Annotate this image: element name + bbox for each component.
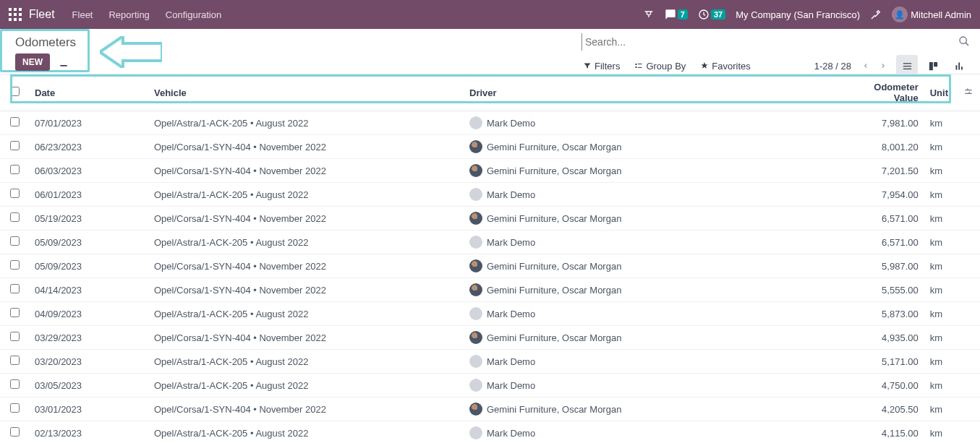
cell-driver: Gemini Furniture, Oscar Morgan [464, 159, 852, 183]
driver-avatar [469, 283, 482, 296]
svg-rect-0 [9, 8, 12, 11]
driver-avatar [469, 188, 482, 201]
page-title: Odometers [15, 35, 88, 50]
odometer-table: Date Vehicle Driver Odometer Value Unit … [0, 74, 980, 443]
cell-vehicle: Opel/Corsa/1-SYN-404 • November 2022 [148, 207, 464, 231]
col-unit[interactable]: Unit [924, 74, 957, 111]
groupby-button[interactable]: Group By [634, 61, 686, 72]
search-panel: Filters Group By Favorites 1-28 / 28 [90, 29, 980, 77]
svg-rect-6 [9, 18, 12, 21]
row-checkbox[interactable] [10, 332, 20, 341]
cell-date: 03/20/2023 [29, 350, 148, 374]
cell-vehicle: Opel/Astra/1-ACK-205 • August 2022 [148, 111, 464, 135]
search-input[interactable] [581, 33, 954, 51]
driver-avatar [469, 379, 482, 392]
driver-avatar [469, 116, 482, 129]
nav-fleet[interactable]: Fleet [72, 9, 93, 20]
table-row[interactable]: 03/29/2023Opel/Corsa/1-SYN-404 • Novembe… [0, 326, 980, 350]
favorites-label: Favorites [712, 61, 750, 72]
favorites-button[interactable]: Favorites [700, 61, 750, 72]
svg-rect-2 [19, 8, 22, 11]
row-checkbox[interactable] [10, 165, 20, 174]
col-vehicle[interactable]: Vehicle [148, 74, 464, 111]
driver-name: Mark Demo [487, 237, 535, 248]
table-row[interactable]: 05/09/2023Opel/Corsa/1-SYN-404 • Novembe… [0, 254, 980, 278]
cell-driver: Gemini Furniture, Oscar Morgan [464, 278, 852, 302]
cell-unit: km [924, 111, 957, 135]
col-driver[interactable]: Driver [464, 74, 852, 111]
row-checkbox[interactable] [10, 427, 20, 436]
nav-reporting[interactable]: Reporting [108, 9, 149, 20]
row-checkbox[interactable] [10, 189, 20, 198]
activities-icon[interactable]: 37 [698, 9, 725, 20]
select-all-checkbox[interactable] [10, 87, 20, 96]
cell-driver: Mark Demo [464, 111, 852, 135]
row-checkbox[interactable] [10, 117, 20, 126]
row-checkbox[interactable] [10, 212, 20, 222]
row-checkbox[interactable] [10, 260, 20, 270]
row-checkbox[interactable] [10, 284, 20, 293]
row-checkbox[interactable] [10, 308, 20, 317]
tools-icon[interactable] [870, 9, 882, 20]
table-row[interactable]: 04/14/2023Opel/Corsa/1-SYN-404 • Novembe… [0, 278, 980, 302]
col-date[interactable]: Date [29, 74, 148, 111]
driver-name: Mark Demo [487, 380, 535, 391]
cell-driver: Gemini Furniture, Oscar Morgan [464, 207, 852, 231]
cell-vehicle: Opel/Corsa/1-SYN-404 • November 2022 [148, 278, 464, 302]
cell-date: 02/13/2023 [29, 421, 148, 444]
pager-text[interactable]: 1-28 / 28 [814, 61, 851, 72]
table-row[interactable]: 05/09/2023Opel/Astra/1-ACK-205 • August … [0, 231, 980, 254]
messaging-icon[interactable]: 7 [665, 9, 688, 20]
table-row[interactable]: 03/01/2023Opel/Corsa/1-SYN-404 • Novembe… [0, 397, 980, 421]
pager-prev[interactable] [857, 57, 874, 74]
table-row[interactable]: 04/09/2023Opel/Astra/1-ACK-205 • August … [0, 302, 980, 326]
cell-unit: km [924, 231, 957, 254]
cell-odometer: 5,873.00 [852, 302, 924, 326]
cell-vehicle: Opel/Corsa/1-SYN-404 • November 2022 [148, 135, 464, 159]
table-row[interactable]: 07/01/2023Opel/Astra/1-ACK-205 • August … [0, 111, 980, 135]
table-row[interactable]: 02/13/2023Opel/Astra/1-ACK-205 • August … [0, 421, 980, 444]
cell-vehicle: Opel/Corsa/1-SYN-404 • November 2022 [148, 254, 464, 278]
cell-date: 05/09/2023 [29, 254, 148, 278]
pager-next[interactable] [874, 57, 892, 74]
driver-name: Gemini Furniture, Oscar Morgan [487, 404, 621, 415]
table-row[interactable]: 06/03/2023Opel/Corsa/1-SYN-404 • Novembe… [0, 159, 980, 183]
col-options[interactable] [957, 74, 980, 111]
cell-odometer: 4,750.00 [852, 374, 924, 397]
col-odometer[interactable]: Odometer Value [852, 74, 924, 111]
row-checkbox[interactable] [10, 403, 20, 413]
app-brand[interactable]: Fleet [29, 8, 55, 21]
cell-driver: Mark Demo [464, 183, 852, 207]
cell-unit: km [924, 374, 957, 397]
chat-badge: 7 [678, 9, 688, 20]
search-icon[interactable] [958, 35, 970, 49]
phone-icon[interactable] [643, 9, 655, 20]
table-row[interactable]: 06/01/2023Opel/Astra/1-ACK-205 • August … [0, 183, 980, 207]
svg-rect-7 [14, 18, 17, 21]
filters-label: Filters [595, 61, 620, 72]
driver-avatar [469, 403, 482, 416]
control-panel: Odometers NEW Filters Group By [0, 29, 980, 74]
table-row[interactable]: 03/20/2023Opel/Astra/1-ACK-205 • August … [0, 350, 980, 374]
row-checkbox[interactable] [10, 141, 20, 150]
table-row[interactable]: 06/23/2023Opel/Corsa/1-SYN-404 • Novembe… [0, 135, 980, 159]
row-checkbox[interactable] [10, 356, 20, 365]
nav-menu: Fleet Reporting Configuration [72, 9, 222, 20]
cell-unit: km [924, 207, 957, 231]
nav-configuration[interactable]: Configuration [166, 9, 221, 20]
cell-vehicle: Opel/Astra/1-ACK-205 • August 2022 [148, 231, 464, 254]
cell-date: 04/14/2023 [29, 278, 148, 302]
apps-icon[interactable] [9, 8, 22, 21]
download-icon[interactable] [59, 58, 69, 70]
table-row[interactable]: 05/19/2023Opel/Corsa/1-SYN-404 • Novembe… [0, 207, 980, 231]
row-checkbox[interactable] [10, 379, 20, 389]
company-switcher[interactable]: My Company (San Francisco) [736, 9, 860, 20]
cell-unit: km [924, 254, 957, 278]
cell-unit: km [924, 302, 957, 326]
user-menu[interactable]: 👤 Mitchell Admin [892, 7, 971, 22]
new-button[interactable]: NEW [15, 53, 50, 71]
table-row[interactable]: 03/05/2023Opel/Astra/1-ACK-205 • August … [0, 374, 980, 397]
filters-button[interactable]: Filters [583, 61, 620, 72]
row-checkbox[interactable] [10, 236, 20, 246]
driver-name: Mark Demo [487, 189, 535, 200]
